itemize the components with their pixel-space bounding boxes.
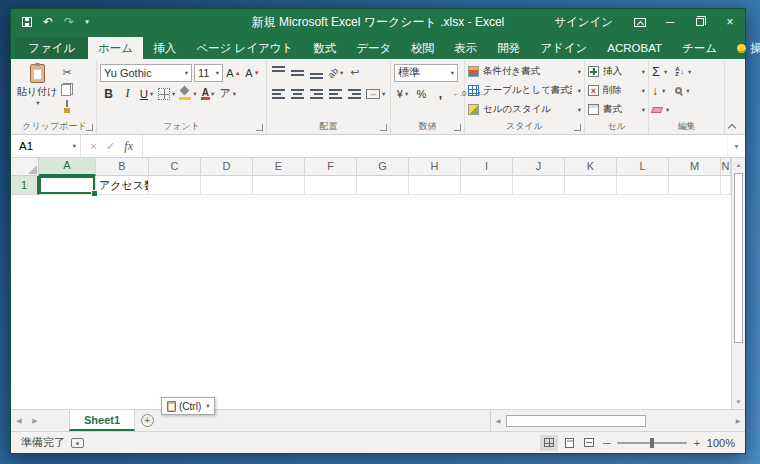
number-dialog-launcher[interactable] [454,124,461,131]
increase-indent-button[interactable] [346,85,363,103]
align-center-button[interactable] [289,85,306,103]
conditional-formatting-button[interactable]: 条件付き書式 ▾ [468,62,581,81]
tab-挿入[interactable]: 挿入 [143,37,186,59]
percent-style-button[interactable]: % [413,85,430,103]
customize-qat-button[interactable]: ▾ [83,14,91,30]
tab-ページ レイアウト[interactable]: ページ レイアウト [186,37,303,59]
cell-D1[interactable] [201,176,253,195]
scroll-down-button[interactable]: ▼ [732,395,745,409]
ribbon-display-options-button[interactable] [625,9,655,35]
orientation-button[interactable]: ab▾ [327,64,344,82]
minimize-button[interactable]: ─ [655,9,685,35]
column-header-C[interactable]: C [149,158,201,176]
expand-formula-bar-button[interactable]: ▼ [727,135,745,157]
row-header-1[interactable]: 1 [11,176,39,195]
font-family-select[interactable]: Yu Gothic▾ [100,64,192,82]
column-header-N[interactable]: N [721,158,731,176]
decrease-indent-button[interactable] [327,85,344,103]
tab-アドイン[interactable]: アドイン [530,37,597,59]
italic-button[interactable]: I [119,85,136,103]
fill-button[interactable]: ↓▾ [652,82,669,99]
collapse-ribbon-button[interactable] [728,122,737,131]
vertical-scroll-thumb[interactable] [734,173,743,343]
zoom-slider-thumb[interactable] [650,438,654,448]
column-header-A[interactable]: A [39,158,96,176]
column-header-G[interactable]: G [357,158,409,176]
column-header-M[interactable]: M [669,158,721,176]
font-size-select[interactable]: 11▾ [194,64,223,82]
horizontal-scroll-thumb[interactable] [506,415,646,427]
sort-filter-button[interactable]: AZ↓▾ [675,63,691,80]
column-header-E[interactable]: E [253,158,305,176]
cell-styles-button[interactable]: セルのスタイル ▾ [468,100,581,119]
zoom-in-button[interactable]: + [689,437,705,449]
wrap-text-button[interactable]: ↩ [346,64,363,82]
tab-数式[interactable]: 数式 [303,37,346,59]
close-button[interactable]: × [715,9,745,35]
column-header-K[interactable]: K [565,158,617,176]
column-header-J[interactable]: J [513,158,565,176]
decrease-font-button[interactable]: A▼ [244,64,261,82]
underline-button[interactable]: U▾ [138,85,155,103]
scroll-left-button[interactable]: ◀ [491,410,505,431]
sheet-nav-prev-button[interactable]: ◀ [11,410,27,431]
cell-M1[interactable] [669,176,721,195]
column-header-B[interactable]: B [96,158,149,176]
column-header-F[interactable]: F [305,158,357,176]
cell-L1[interactable] [617,176,669,195]
insert-cells-button[interactable]: 挿入 ▾ [588,62,645,81]
paste-options-button[interactable]: (Ctrl) ▾ [161,397,215,415]
number-format-select[interactable]: 標準▾ [394,64,458,82]
save-button[interactable] [20,14,34,30]
tab-開発[interactable]: 開発 [487,37,530,59]
cell-I1[interactable] [461,176,513,195]
redo-button[interactable]: ↷ [62,14,76,30]
zoom-percentage[interactable]: 100% [705,437,745,449]
phonetic-guide-button[interactable]: ア▾ [219,85,238,103]
tab-チーム[interactable]: チーム [672,37,727,59]
zoom-slider[interactable] [617,442,687,444]
borders-button[interactable]: ▾ [157,85,176,103]
normal-view-button[interactable] [540,435,558,451]
currency-format-button[interactable]: ¥▾ [394,85,411,103]
format-cells-button[interactable]: 書式 ▾ [588,100,645,119]
zoom-out-button[interactable]: ─ [599,437,615,449]
font-color-button[interactable]: A▾ [200,85,217,103]
cell-H1[interactable] [409,176,461,195]
vertical-scroll-track[interactable] [732,344,745,395]
cell-J1[interactable] [513,176,565,195]
comma-style-button[interactable]: , [432,85,449,103]
fill-color-button[interactable]: ▾ [178,85,197,103]
tab-校閲[interactable]: 校閲 [401,37,444,59]
tab-ホーム[interactable]: ホーム [88,37,143,59]
cell-A1[interactable] [39,176,96,195]
paste-button[interactable]: 貼り付け ▾ [16,62,58,119]
scroll-up-button[interactable]: ▲ [732,158,745,172]
maximize-button[interactable] [685,9,715,35]
format-as-table-button[interactable]: テーブルとして書式設定 ▾ [468,81,581,100]
autosum-button[interactable]: Σ▾ [652,63,669,80]
cut-button[interactable]: ✂ [58,65,76,79]
sheet-tab-Sheet1[interactable]: Sheet1 [69,410,135,431]
cell-G1[interactable] [357,176,409,195]
tab-データ[interactable]: データ [346,37,401,59]
clear-button[interactable]: ▾ [652,101,669,118]
cell-E1[interactable] [253,176,305,195]
format-painter-button[interactable] [58,99,76,113]
column-header-H[interactable]: H [409,158,461,176]
align-bottom-button[interactable] [308,64,325,82]
page-layout-view-button[interactable] [560,435,578,451]
tab-ACROBAT[interactable]: ACROBAT [597,37,672,59]
cell-N1[interactable] [721,176,731,195]
increase-font-button[interactable]: A▲ [225,64,242,82]
tab-file[interactable]: ファイル [15,37,88,59]
cell-K1[interactable] [565,176,617,195]
alignment-dialog-launcher[interactable] [380,124,387,131]
scroll-right-button[interactable]: ▶ [731,410,745,431]
formula-input[interactable] [143,135,727,157]
sheet-nav-next-button[interactable]: ▶ [27,410,43,431]
cancel-entry-button[interactable]: × [90,140,97,152]
delete-cells-button[interactable]: × 削除 ▾ [588,81,645,100]
copy-button[interactable] [58,82,76,96]
column-header-I[interactable]: I [461,158,513,176]
